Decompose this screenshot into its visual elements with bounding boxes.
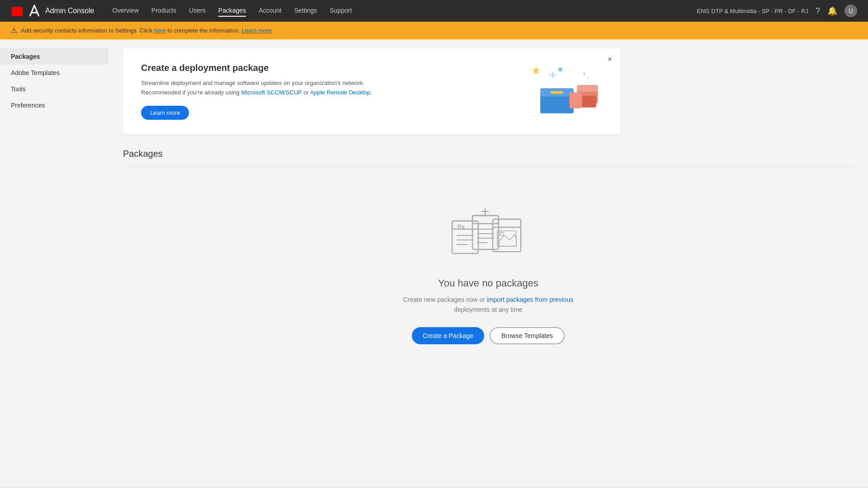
browse-templates-button[interactable]: Browse Templates [490, 327, 565, 344]
sccm-link[interactable]: Microsoft SCCM/SCUP [241, 89, 302, 96]
nav-links: Overview Products Users Packages Account… [113, 5, 697, 17]
nav-overview[interactable]: Overview [113, 5, 139, 17]
svg-rect-12 [577, 85, 598, 92]
empty-heading: You have no packages [438, 277, 538, 289]
svg-rect-20 [452, 221, 478, 229]
svg-marker-9 [532, 67, 540, 75]
notifications-icon[interactable]: 🔔 [827, 6, 837, 16]
main-content: Create a deployment package Streamline d… [108, 39, 868, 488]
org-name: ENG DTP & Multimidia - SP - PR - DF - RJ [697, 8, 808, 14]
svg-point-16 [587, 77, 589, 79]
banner-text: Add security contacts information in Set… [21, 27, 272, 34]
card-content: Create a deployment package Streamline d… [141, 63, 394, 120]
sidebar: Packages Adobe Templates Tools Preferenc… [0, 39, 108, 488]
security-banner: ⚠ Add security contacts information in S… [0, 22, 868, 39]
svg-rect-2 [12, 7, 17, 15]
nav-packages[interactable]: Packages [218, 5, 246, 17]
banner-learn-more-link[interactable]: Learn more [241, 27, 271, 34]
svg-point-10 [558, 68, 562, 72]
create-package-button[interactable]: Create a Package [412, 327, 484, 344]
deployment-illustration [512, 63, 602, 119]
adobe-a-icon [28, 5, 41, 17]
nav-products[interactable]: Products [151, 5, 176, 17]
top-navigation: Admin Console Overview Products Users Pa… [0, 0, 868, 22]
nav-account[interactable]: Account [259, 5, 282, 17]
svg-rect-3 [18, 7, 23, 15]
sidebar-item-adobe-templates[interactable]: Adobe Templates [0, 65, 108, 81]
avatar[interactable]: U [844, 5, 857, 17]
empty-state-icon: Ps [448, 203, 529, 263]
card-description: Streamline deployment and manage softwar… [141, 79, 394, 98]
warning-icon: ⚠ [11, 26, 17, 35]
app-title: Admin Console [45, 7, 94, 15]
empty-description: Create new packages now or import packag… [403, 295, 574, 315]
sidebar-item-tools[interactable]: Tools [0, 81, 108, 97]
card-title: Create a deployment package [141, 63, 394, 73]
apple-link[interactable]: Apple Remote Desktop. [310, 89, 372, 96]
empty-packages-icon-svg: Ps [448, 203, 529, 262]
svg-rect-19 [452, 221, 478, 253]
packages-illustration-svg [512, 63, 602, 117]
svg-point-15 [583, 73, 585, 75]
empty-state: Ps [123, 167, 854, 381]
deployment-card: Create a deployment package Streamline d… [123, 48, 620, 134]
sidebar-item-preferences[interactable]: Preferences [0, 97, 108, 113]
nav-settings[interactable]: Settings [294, 5, 317, 17]
packages-section-title: Packages [123, 149, 854, 159]
svg-rect-13 [581, 96, 596, 108]
import-packages-link[interactable]: import packages from previous [487, 296, 573, 303]
learn-more-button[interactable]: Learn more [141, 106, 189, 120]
main-layout: Packages Adobe Templates Tools Preferenc… [0, 39, 868, 488]
banner-here-link[interactable]: here [154, 27, 166, 34]
close-card-button[interactable]: × [607, 55, 612, 64]
svg-rect-8 [551, 91, 563, 94]
svg-rect-14 [570, 93, 582, 108]
empty-actions: Create a Package Browse Templates [412, 327, 565, 344]
nav-right: ENG DTP & Multimidia - SP - PR - DF - RJ… [697, 5, 857, 17]
help-icon[interactable]: ? [816, 6, 820, 16]
nav-support[interactable]: Support [330, 5, 352, 17]
adobe-logo-icon [11, 5, 24, 17]
sidebar-item-packages[interactable]: Packages [0, 48, 108, 65]
svg-point-37 [500, 232, 504, 236]
nav-users[interactable]: Users [189, 5, 206, 17]
svg-text:Ps: Ps [458, 223, 465, 230]
logo[interactable]: Admin Console [11, 5, 94, 17]
